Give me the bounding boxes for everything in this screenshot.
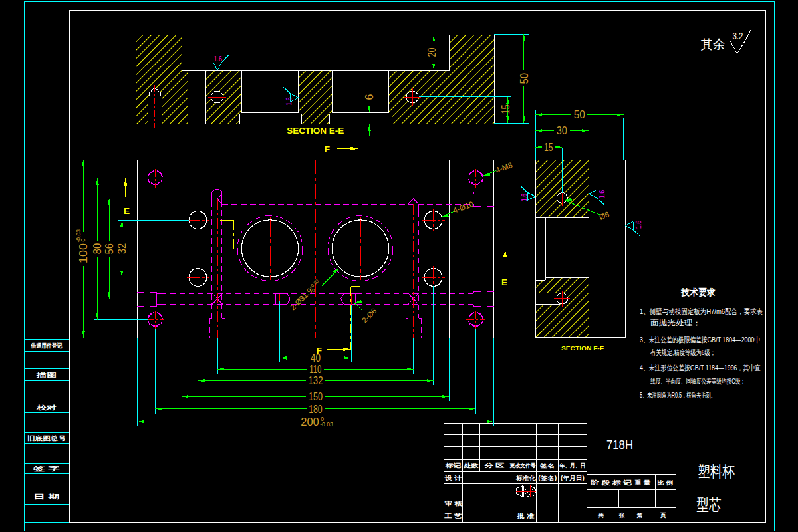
svg-text:5、未注圆角为R0.5，楞角去毛刺。: 5、未注圆角为R0.5，楞角去毛刺。 — [640, 391, 716, 399]
svg-text:日 期: 日 期 — [33, 493, 60, 500]
svg-text:F: F — [325, 144, 330, 154]
svg-text:张: 张 — [619, 512, 625, 519]
svg-text:分 区: 分 区 — [483, 462, 505, 469]
svg-text:(年月日): (年月日) — [561, 475, 585, 481]
svg-text:面抛光处理；: 面抛光处理； — [650, 319, 701, 327]
svg-text:3.2: 3.2 — [733, 31, 743, 41]
svg-text:4、未注形位公差按GB/T 1184—1996，其中直: 4、未注形位公差按GB/T 1184—1996，其中直 — [640, 364, 761, 372]
svg-text:SECTION E-E: SECTION E-E — [287, 126, 344, 136]
svg-text:工 艺: 工 艺 — [444, 513, 462, 519]
svg-text:年、月、日: 年、月、日 — [559, 462, 585, 469]
svg-text:重 量: 重 量 — [634, 479, 651, 486]
svg-text:132: 132 — [309, 375, 323, 386]
svg-text:50: 50 — [519, 73, 530, 84]
svg-text:20: 20 — [426, 47, 438, 57]
svg-text:阶 段 标 记: 阶 段 标 记 — [591, 479, 632, 486]
svg-text:签名: 签名 — [539, 462, 555, 469]
svg-text:线度、平面度、同轴度公差等级均按C级；: 线度、平面度、同轴度公差等级均按C级； — [650, 377, 745, 385]
svg-text:标准化: 标准化 — [515, 475, 537, 481]
svg-text:审 核: 审 核 — [445, 500, 463, 507]
svg-text:E: E — [501, 277, 507, 287]
svg-text:塑料杯: 塑料杯 — [698, 463, 735, 480]
svg-text:第: 第 — [636, 512, 643, 519]
svg-text:32: 32 — [116, 243, 128, 255]
svg-text:56: 56 — [104, 243, 115, 255]
svg-text:80: 80 — [92, 243, 103, 255]
svg-text:15: 15 — [544, 142, 553, 153]
svg-text:校对: 校对 — [35, 404, 57, 411]
svg-text:-0.03: -0.03 — [75, 229, 82, 243]
svg-text:50: 50 — [574, 109, 585, 120]
svg-text:签 字: 签 字 — [32, 466, 60, 472]
svg-text:旧底图总号: 旧底图总号 — [27, 435, 66, 442]
svg-text:共: 共 — [597, 512, 604, 519]
svg-text:30: 30 — [557, 125, 567, 136]
svg-text:页: 页 — [660, 512, 666, 519]
svg-text:E: E — [124, 206, 130, 216]
svg-text:更改文件号: 更改文件号 — [510, 462, 536, 469]
svg-text:1.6: 1.6 — [213, 55, 222, 63]
svg-text:110: 110 — [309, 364, 321, 375]
svg-text:技术要求: 技术要求 — [681, 287, 716, 297]
svg-text:标记: 标记 — [444, 462, 462, 469]
svg-text:-0.03: -0.03 — [320, 421, 333, 428]
svg-text:1.6: 1.6 — [285, 97, 293, 106]
svg-text:借通用件登记: 借通用件登记 — [31, 342, 63, 349]
svg-text:处数: 处数 — [463, 462, 479, 469]
svg-text:有关规定,精度等级为6级；: 有关规定,精度等级为6级； — [650, 348, 716, 356]
svg-text:1、侧壁与动模固定板为H7/m6配合，要求表: 1、侧壁与动模固定板为H7/m6配合，要求表 — [640, 307, 763, 315]
svg-text:1.6: 1.6 — [520, 194, 528, 202]
svg-text:其余: 其余 — [701, 37, 726, 51]
svg-text:718H: 718H — [606, 438, 633, 452]
svg-text:SECTION F-F: SECTION F-F — [561, 344, 604, 352]
svg-text:3、未注公差的极限偏差按GB/T 1804—2000中: 3、未注公差的极限偏差按GB/T 1804—2000中 — [640, 336, 760, 344]
svg-text:6: 6 — [364, 94, 375, 100]
svg-text:(签名): (签名) — [538, 475, 557, 481]
svg-text:15: 15 — [500, 105, 511, 114]
svg-text:1.6: 1.6 — [598, 190, 606, 199]
svg-text:100: 100 — [78, 243, 89, 263]
svg-text:描图: 描图 — [35, 372, 57, 378]
svg-text:200: 200 — [301, 416, 319, 428]
svg-text:180: 180 — [309, 404, 323, 415]
svg-text:型芯: 型芯 — [697, 495, 722, 513]
svg-text:150: 150 — [309, 391, 323, 402]
svg-text:批 准: 批 准 — [516, 513, 535, 519]
svg-text:40: 40 — [311, 352, 321, 364]
svg-text:比 例: 比 例 — [657, 479, 674, 486]
svg-text:设 计: 设 计 — [444, 475, 462, 481]
svg-text:1.6: 1.6 — [634, 221, 642, 229]
